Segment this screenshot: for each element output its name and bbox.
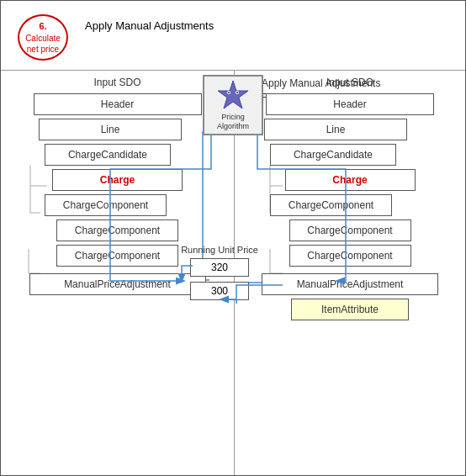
right-line-box: Line <box>264 119 407 140</box>
right-charge-component-2-box: ChargeComponent <box>289 219 411 241</box>
left-header-box: Header <box>34 93 202 115</box>
right-sdo-title: Input SDO <box>235 70 465 93</box>
right-header-box: Header <box>266 93 434 115</box>
right-charge-box: Charge <box>285 169 416 191</box>
running-unit-price-area: Running Unit Price 320 300 <box>165 245 274 300</box>
price-box-320: 320 <box>190 258 249 277</box>
step-line1: Calculate <box>25 33 61 44</box>
step-line2: net price <box>27 44 59 55</box>
right-charge-component-3-box: ChargeComponent <box>289 245 411 267</box>
right-charge-component-1-box: ChargeComponent <box>270 194 392 216</box>
pricing-algorithm-box: Pricing Algorithm <box>203 75 263 135</box>
left-charge-component-2-box: ChargeComponent <box>56 219 178 241</box>
step-number: 6. <box>39 20 46 32</box>
left-sdo-title: Input SDO <box>1 70 234 93</box>
running-unit-price-label: Running Unit Price <box>165 245 274 255</box>
left-charge-component-3-box: ChargeComponent <box>56 245 178 267</box>
svg-marker-18 <box>218 81 248 108</box>
left-charge-component-1-box: ChargeComponent <box>45 194 167 216</box>
left-charge-box: Charge <box>52 169 183 191</box>
right-charge-candidate-box: ChargeCandidate <box>270 144 396 166</box>
top-area: 6. Calculate net price Apply Manual Adju… <box>9 8 457 66</box>
right-item-attribute-box: ItemAttribute <box>291 299 409 320</box>
pricing-algorithm-area: Pricing Algorithm <box>203 73 263 135</box>
svg-point-21 <box>228 92 230 93</box>
right-manual-price-box: ManualPriceAdjustment <box>262 273 438 295</box>
price-box-300: 300 <box>190 282 249 300</box>
svg-point-22 <box>236 92 238 93</box>
left-charge-candidate-box: ChargeCandidate <box>45 144 171 166</box>
main-container: 6. Calculate net price Apply Manual Adju… <box>0 0 466 476</box>
algo-star-icon <box>216 79 250 113</box>
pricing-algo-label: Pricing Algorithm <box>217 113 249 131</box>
step-circle: 6. Calculate net price <box>18 14 68 61</box>
apply-manual-top-label: Apply Manual Adjustments <box>85 19 214 32</box>
left-line-box: Line <box>39 119 182 140</box>
